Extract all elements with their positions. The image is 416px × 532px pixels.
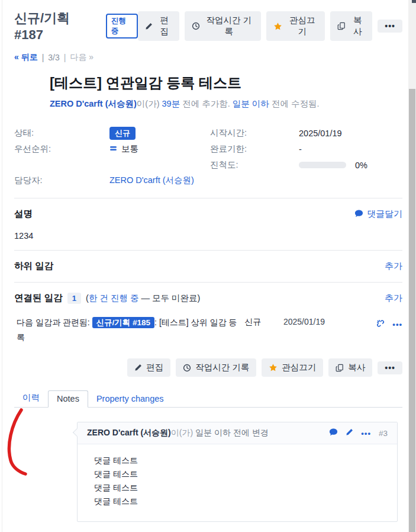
comment-number[interactable]: #3 [379, 429, 388, 438]
add-subtask-link[interactable]: 추가 [385, 261, 402, 272]
clock-icon [183, 364, 191, 372]
pencil-icon [134, 364, 142, 371]
description-body: 1234 [14, 231, 402, 241]
related-issue-date: 2025/01/19 [283, 315, 327, 326]
attributes-table: 상태: 신규 우선순위: 보통 담당자: ZERO D'carft (서승원) [14, 125, 402, 188]
clock-icon [192, 22, 200, 30]
start-date-label: 시작시간: [210, 127, 299, 139]
comment-body: 댓글 테스트댓글 테스트댓글 테스트댓글 테스트 [78, 444, 397, 521]
comment-card: ZERO D'carft (서승원)이(가) 일분 이하 전에 변경 ••• #… [77, 422, 398, 522]
priority-value: 보통 [121, 143, 138, 155]
divider [14, 198, 402, 198]
scrollbar-corner [412, 0, 416, 3]
relation-type: 다음 일감과 관련됨: [17, 318, 92, 327]
assignee-link[interactable]: ZERO D'carft (서승원) [109, 175, 194, 186]
log-time-button[interactable]: 작업시간 기록 [185, 11, 261, 41]
comment-line: 댓글 테스트 [94, 495, 385, 508]
status-badge: 진행중 [106, 14, 138, 39]
divider [14, 250, 402, 251]
comment-line: 댓글 테스트 [94, 454, 385, 467]
star-icon [269, 363, 278, 372]
back-link[interactable]: « 뒤로 [14, 52, 38, 63]
speech-bubble-icon [354, 209, 363, 220]
divider [14, 282, 402, 283]
status-label: 상태: [14, 127, 109, 139]
pencil-icon [145, 23, 153, 30]
related-issue-row: 다음 일감과 관련됨: 신규/기획 #185: [테스트] 상위 일감 등록 신… [14, 315, 402, 344]
due-date-value: - [299, 145, 302, 154]
toolbar-bottom: 편집 작업시간 기록 관심끄기 복사 ••• [14, 358, 402, 377]
issue-page: 신규/기획 #187 진행중 편집 작업시간 기록 관심끄기 [0, 0, 416, 532]
next-link: 다음 » [70, 52, 93, 63]
issue-subject: [테스트] 연관일감 등록 테스트 [50, 73, 402, 92]
edit-comment-icon[interactable] [346, 428, 353, 438]
comment-tail [73, 428, 81, 437]
history-tabs: 이력 Notes Property changes [14, 390, 402, 408]
more-button-bottom[interactable]: ••• [378, 361, 402, 374]
priority-normal-icon [109, 145, 117, 154]
progress-percent: 0% [355, 161, 367, 170]
quote-comment-icon[interactable] [329, 428, 338, 438]
edit-button[interactable]: 편집 [138, 11, 179, 41]
more-button[interactable]: ••• [378, 20, 402, 33]
copy-button-bottom[interactable]: 복사 [328, 358, 372, 377]
related-issue-badge[interactable]: 신규/기획 #185 [92, 317, 155, 328]
issue-byline: ZERO D'carft (서승원)이(가) 39분 전에 추가함. 일분 이하… [50, 98, 402, 110]
tab-history[interactable]: 이력 [14, 389, 48, 407]
progress-bar [299, 162, 346, 168]
tab-property-changes[interactable]: Property changes [88, 391, 172, 407]
ellipsis-icon: ••• [385, 23, 395, 29]
added-time-link[interactable]: 39분 [162, 99, 180, 108]
copy-icon [336, 364, 344, 372]
issue-pagination: « 뒤로 | 3/3 | 다음 » [14, 52, 402, 63]
related-summary-link[interactable]: 한 건 진행 중 [89, 293, 139, 303]
unwatch-button[interactable]: 관심끄기 [266, 11, 325, 41]
related-section-header: 연결된 일감 1 (한 건 진행 중 — 모두 미완료) 추가 [14, 292, 402, 305]
scrollbar-thumb[interactable] [409, 89, 415, 532]
comment-author[interactable]: ZERO D'carft (서승원) [87, 428, 171, 437]
star-icon [273, 22, 282, 31]
due-date-label: 완료기한: [210, 143, 299, 155]
copy-button[interactable]: 복사 [330, 11, 372, 41]
position-indicator: 3/3 [48, 53, 59, 62]
description-section-header: 설명 댓글달기 [14, 208, 402, 220]
related-issue-status: 신규 [244, 315, 283, 328]
assignee-label: 담당자: [14, 175, 109, 186]
issue-header: 신규/기획 #187 진행중 편집 작업시간 기록 관심끄기 [14, 0, 402, 43]
related-heading: 연결된 일감 [14, 292, 63, 305]
copy-icon [337, 22, 346, 30]
add-comment-link[interactable]: 댓글달기 [354, 209, 402, 220]
progress-label: 진척도: [210, 159, 299, 171]
unlink-icon[interactable] [376, 319, 385, 330]
ellipsis-icon: ••• [385, 365, 395, 371]
unwatch-button-bottom[interactable]: 관심끄기 [262, 358, 323, 377]
comment-line: 댓글 테스트 [94, 481, 385, 495]
priority-label: 우선순위: [14, 143, 109, 155]
toolbar-top: 편집 작업시간 기록 관심끄기 복사 ••• [138, 11, 402, 41]
comment-header: ZERO D'carft (서승원)이(가) 일분 이하 전에 변경 ••• #… [78, 422, 397, 444]
scrollbar-track[interactable] [408, 0, 416, 532]
page-title: 신규/기획 #187 [14, 9, 99, 43]
updated-time-link[interactable]: 일분 이하 [233, 99, 269, 108]
author-link[interactable]: ZERO D'carft (서승원) [50, 99, 137, 108]
subtasks-section-header: 하위 일감 추가 [14, 260, 402, 273]
description-heading: 설명 [14, 208, 33, 220]
log-time-button-bottom[interactable]: 작업시간 기록 [176, 358, 256, 377]
related-more-icon[interactable]: ••• [392, 320, 402, 329]
add-related-link[interactable]: 추가 [385, 293, 402, 304]
start-date-value: 2025/01/19 [299, 129, 342, 138]
comment-line: 댓글 테스트 [94, 467, 385, 481]
comment-more-icon[interactable]: ••• [361, 429, 371, 438]
subtasks-heading: 하위 일감 [14, 260, 53, 273]
status-value-badge: 신규 [109, 127, 136, 140]
related-count-badge: 1 [67, 293, 81, 304]
tab-notes[interactable]: Notes [48, 390, 88, 408]
comment-time-link[interactable]: 일분 이하 [195, 428, 231, 437]
edit-button-bottom[interactable]: 편집 [127, 358, 170, 377]
window-edge [2, 0, 2, 532]
